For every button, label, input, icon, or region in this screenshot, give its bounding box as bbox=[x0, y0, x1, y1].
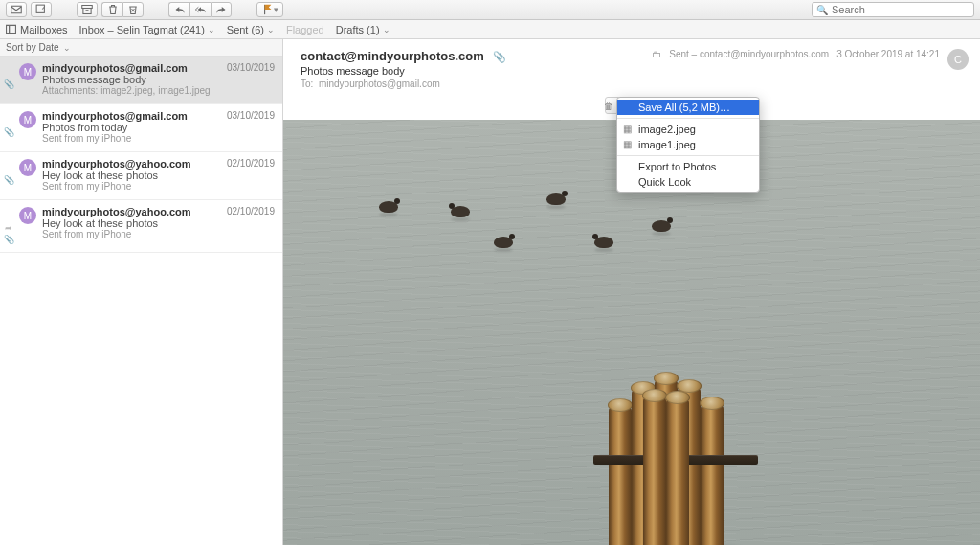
compose-icon bbox=[35, 4, 47, 15]
to-value: mindyourphotos@gmail.com bbox=[319, 79, 440, 89]
image-icon: ▦ bbox=[623, 124, 632, 134]
favorites-bar: Mailboxes Inbox – Selin Tagmat (241)⌄ Se… bbox=[0, 20, 980, 39]
reader-avatar: C bbox=[947, 49, 969, 70]
chevron-down-icon: ⌄ bbox=[267, 25, 275, 34]
reader-folder: Sent – contact@mindyourphotos.com bbox=[669, 49, 829, 59]
svg-rect-0 bbox=[11, 6, 22, 13]
avatar: M bbox=[19, 207, 36, 224]
attachment-icon: 📎 bbox=[4, 127, 14, 137]
dd-export[interactable]: Export to Photos bbox=[617, 159, 759, 174]
delete-button[interactable] bbox=[101, 2, 122, 17]
sort-label: Sort by Date bbox=[6, 42, 59, 53]
attachment-icon: 📎 bbox=[4, 235, 14, 244]
forward-icon bbox=[215, 4, 227, 15]
attachment-icon: 📎 bbox=[493, 51, 506, 62]
search-input[interactable] bbox=[832, 4, 969, 15]
chevron-down-icon: ⌄ bbox=[63, 43, 71, 53]
chevron-down-icon: ⌄ bbox=[383, 25, 390, 34]
get-mail-button[interactable] bbox=[6, 2, 27, 17]
sent-icon: ➦ bbox=[5, 223, 12, 233]
flag-button[interactable]: ▾ bbox=[256, 2, 283, 17]
fav-flagged[interactable]: Flagged bbox=[286, 24, 324, 35]
trash-icon[interactable]: 🗑 bbox=[604, 101, 613, 111]
attachment-icon: 📎 bbox=[4, 175, 14, 185]
msg-preview: Sent from my iPhone bbox=[42, 229, 275, 239]
avatar: M bbox=[19, 63, 36, 80]
junk-button[interactable] bbox=[122, 2, 144, 17]
forward-button[interactable] bbox=[211, 2, 232, 17]
main-toolbar: ▾ 🔍 bbox=[0, 0, 980, 20]
envelope-icon bbox=[11, 4, 22, 15]
to-label: To: bbox=[301, 79, 313, 89]
msg-preview: Sent from my iPhone bbox=[42, 181, 275, 192]
list-item[interactable]: 📎 M mindyourphotos@yahoo.com Hey look at… bbox=[0, 152, 282, 200]
gutter-icons: 📎 bbox=[4, 158, 13, 192]
attachment-dropdown: Save All (5,2 MB)… ▦image2.jpeg ▦image1.… bbox=[616, 97, 760, 193]
reader-subject: Photos message body bbox=[301, 65, 967, 77]
avatar: M bbox=[19, 159, 36, 176]
svg-rect-5 bbox=[6, 25, 15, 33]
gutter-icons: ➦📎 bbox=[4, 206, 13, 244]
fav-inbox[interactable]: Inbox – Selin Tagmat (241)⌄ bbox=[79, 24, 215, 35]
msg-subject: Photos from today bbox=[42, 122, 275, 133]
mailboxes-label: Mailboxes bbox=[20, 24, 68, 35]
reply-icon bbox=[174, 4, 186, 15]
delete-group bbox=[101, 2, 144, 17]
image-icon: ▦ bbox=[623, 139, 632, 149]
list-item[interactable]: 📎 M mindyourphotos@gmail.com Photos from… bbox=[0, 104, 282, 152]
reader-date: 3 October 2019 at 14:21 bbox=[836, 49, 940, 59]
fav-sent[interactable]: Sent (6)⌄ bbox=[227, 24, 275, 35]
folder-icon: 🗀 bbox=[652, 49, 661, 59]
chevron-down-icon: ▾ bbox=[274, 5, 278, 14]
svg-rect-3 bbox=[83, 9, 91, 14]
msg-subject: Hey look at these photos bbox=[42, 217, 275, 229]
dd-save-all[interactable]: Save All (5,2 MB)… bbox=[617, 100, 759, 115]
chevron-down-icon: ⌄ bbox=[208, 25, 215, 34]
reader-header: contact@mindyourphotos.com 📎 Photos mess… bbox=[283, 39, 980, 120]
reply-all-button[interactable] bbox=[189, 2, 211, 17]
msg-preview: Attachments: image2.jpeg, image1.jpeg bbox=[42, 85, 275, 96]
flag-icon bbox=[262, 4, 274, 15]
msg-date: 03/10/2019 bbox=[227, 110, 275, 121]
list-item[interactable]: 📎 M mindyourphotos@gmail.com Photos mess… bbox=[0, 57, 282, 104]
mailboxes-button[interactable]: Mailboxes bbox=[6, 24, 68, 35]
dd-file[interactable]: ▦image2.jpeg bbox=[617, 122, 759, 137]
compose-button[interactable] bbox=[31, 2, 52, 17]
attachment-icon: 📎 bbox=[4, 79, 14, 89]
msg-subject: Hey look at these photos bbox=[42, 170, 275, 181]
msg-date: 03/10/2019 bbox=[227, 62, 275, 73]
msg-date: 02/10/2019 bbox=[227, 206, 275, 216]
avatar: M bbox=[19, 111, 36, 128]
list-item[interactable]: ➦📎 M mindyourphotos@yahoo.com Hey look a… bbox=[0, 200, 282, 253]
msg-date: 02/10/2019 bbox=[227, 158, 275, 169]
trash-icon bbox=[107, 4, 119, 15]
gutter-icons: 📎 bbox=[4, 62, 13, 96]
gutter-icons: 📎 bbox=[4, 110, 13, 144]
archive-button[interactable] bbox=[77, 2, 98, 17]
fav-drafts[interactable]: Drafts (1)⌄ bbox=[336, 24, 390, 35]
msg-preview: Sent from my iPhone bbox=[42, 133, 275, 144]
dd-file[interactable]: ▦image1.jpeg bbox=[617, 137, 759, 152]
sidebar-icon bbox=[6, 24, 16, 34]
reply-button[interactable] bbox=[168, 2, 189, 17]
reply-all-icon bbox=[195, 4, 207, 15]
search-field[interactable]: 🔍 bbox=[812, 2, 974, 17]
search-icon: 🔍 bbox=[816, 5, 828, 15]
archive-icon bbox=[81, 4, 93, 15]
junk-icon bbox=[127, 4, 139, 15]
reader-from: contact@mindyourphotos.com bbox=[301, 49, 484, 63]
message-list-pane: Sort by Date ⌄ 📎 M mindyourphotos@gmail.… bbox=[0, 39, 283, 545]
wooden-piles-decoration bbox=[599, 374, 752, 545]
reader-pane: contact@mindyourphotos.com 📎 Photos mess… bbox=[283, 39, 980, 545]
dd-quicklook[interactable]: Quick Look bbox=[617, 174, 759, 190]
sort-bar[interactable]: Sort by Date ⌄ bbox=[0, 39, 282, 57]
reply-group bbox=[168, 2, 232, 17]
msg-subject: Photos message body bbox=[42, 74, 275, 85]
